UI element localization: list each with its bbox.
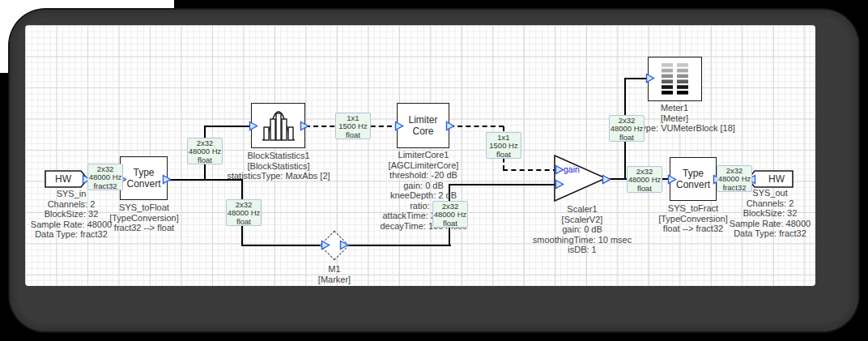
label-line: float — [610, 134, 644, 142]
block-title-line: Convert — [126, 178, 160, 190]
diagram-canvas[interactable]: HW Type Convert Limiter Core — [25, 25, 815, 286]
caption-line: gain: 0 dB — [533, 224, 632, 235]
screenshot-stage: HW Type Convert Limiter Core — [0, 0, 868, 341]
wire-type-label: 2x32 48000 Hz float — [187, 138, 223, 164]
block-limiter-core[interactable]: Limiter Core — [397, 103, 449, 148]
label-line: float — [628, 185, 662, 193]
caption-line: Channels: 2 — [730, 198, 811, 209]
caption-line: gain: 0 dB — [380, 181, 466, 191]
dashed-wire-segment[interactable] — [503, 169, 558, 171]
caption-line: fract32 --> float — [109, 223, 179, 233]
caption-line: statisticsType: MaxAbs [2] — [227, 171, 330, 181]
block-title-line: Type — [683, 168, 704, 179]
type-convert-out-caption: SYS_toFract [TypeConversion] float --> f… — [658, 203, 728, 234]
caption-line: Channels: 2 — [31, 199, 112, 210]
wire-type-label: 2x32 48000 Hz fract32 — [87, 164, 123, 190]
caption-line: Data Type: fract32 — [31, 229, 112, 240]
wire-segment[interactable] — [346, 245, 451, 246]
type-convert-in-caption: SYS_toFloat [TypeConversion] fract32 -->… — [109, 202, 179, 233]
vu-meter-icon — [662, 63, 689, 96]
input-pin[interactable] — [394, 121, 404, 131]
caption-line: Sample Rate: 48000 — [31, 220, 112, 230]
gain-pin-label: gain — [564, 164, 580, 174]
instance-name: M1 — [318, 264, 351, 275]
wire-type-label: 2x32 48000 Hz float — [609, 115, 645, 142]
label-line: float — [188, 156, 222, 164]
caption-line: threshold: -20 dB — [380, 170, 466, 181]
scaler-caption: Scaler1 [ScalerV2] gain: 0 dB smoothingT… — [533, 204, 632, 255]
caption-line: Data Type: fract32 — [730, 228, 811, 239]
input-pin[interactable] — [645, 73, 655, 83]
caption-line: smoothingTime: 10 msec — [533, 235, 632, 245]
input-pin[interactable] — [249, 121, 258, 131]
wire-type-label: 2x32 48000 Hz fract32 — [717, 165, 752, 192]
wire-segment[interactable] — [204, 126, 252, 127]
wire-type-label: 2x32 48000 Hz float — [432, 201, 468, 228]
marker-caption: M1 [Marker] — [318, 264, 351, 284]
output-pin[interactable] — [339, 240, 349, 250]
caption-line: kneeDepth: 2 dB — [380, 190, 466, 201]
caption-line: [ScalerV2] — [533, 215, 632, 225]
block-block-statistics[interactable] — [251, 103, 305, 148]
sys-in-caption: SYS_in Channels: 2 BlockSize: 32 Sample … — [31, 189, 112, 240]
output-pin[interactable] — [602, 174, 611, 185]
wire-type-label: 1x1 1500 Hz float — [335, 113, 371, 139]
hw-block-title: HW — [758, 173, 795, 185]
label-line: float — [487, 151, 521, 159]
wire-type-label: 1x1 1500 Hz float — [486, 132, 521, 159]
caption-line: BlockSize: 32 — [31, 209, 112, 220]
input-pin[interactable] — [667, 174, 677, 185]
label-line: fract32 — [717, 184, 751, 192]
instance-name: SYS_toFloat — [109, 202, 179, 213]
caption-line: [BlockStatistics] — [227, 161, 330, 172]
instance-name: Scaler1 — [533, 204, 632, 215]
dashed-wire-segment[interactable] — [449, 126, 504, 127]
caption-line: [AGCLimiterCore] — [380, 160, 466, 171]
wire-type-label: 2x32 48000 Hz float — [226, 199, 262, 226]
block-statistics-caption: BlockStatistics1 [BlockStatistics] stati… — [227, 151, 330, 181]
input-pin[interactable] — [321, 240, 330, 250]
output-pin[interactable] — [162, 174, 172, 185]
block-title-line: Type — [133, 167, 154, 178]
window-frame: HW Type Convert Limiter Core — [10, 10, 858, 331]
wire-type-label: 2x32 48000 Hz float — [627, 166, 662, 193]
block-title-line: Core — [412, 126, 433, 137]
wire-segment[interactable] — [241, 245, 322, 246]
block-title-line: Convert — [676, 179, 710, 190]
label-line: float — [433, 220, 467, 228]
block-meter[interactable] — [648, 57, 702, 101]
instance-name: BlockStatistics1 — [227, 151, 330, 161]
label-line: fract32 — [88, 182, 122, 190]
caption-line: [Marker] — [318, 275, 351, 285]
instance-name: Meter1 — [614, 103, 735, 113]
instance-name: LimiterCore1 — [380, 150, 466, 160]
signal-input-pin[interactable] — [555, 179, 564, 190]
instance-name: SYS_toFract — [658, 203, 728, 214]
output-pin[interactable] — [445, 121, 455, 131]
caption-line: [TypeConversion] — [109, 213, 179, 224]
sys-out-caption: SYS_out Channels: 2 BlockSize: 32 Sample… — [730, 188, 811, 239]
caption-line: Sample Rate: 48000 — [730, 219, 811, 229]
caption-line: float --> fract32 — [658, 224, 728, 234]
caption-line: [TypeConversion] — [658, 214, 728, 224]
histogram-icon — [261, 109, 296, 142]
label-line: float — [336, 131, 370, 139]
output-pin[interactable] — [300, 121, 309, 131]
hw-block-title: HW — [45, 173, 82, 185]
caption-line: isDB: 1 — [533, 245, 632, 255]
label-line: float — [227, 218, 261, 226]
block-title-line: Limiter — [408, 114, 437, 126]
caption-line: BlockSize: 32 — [730, 208, 811, 219]
